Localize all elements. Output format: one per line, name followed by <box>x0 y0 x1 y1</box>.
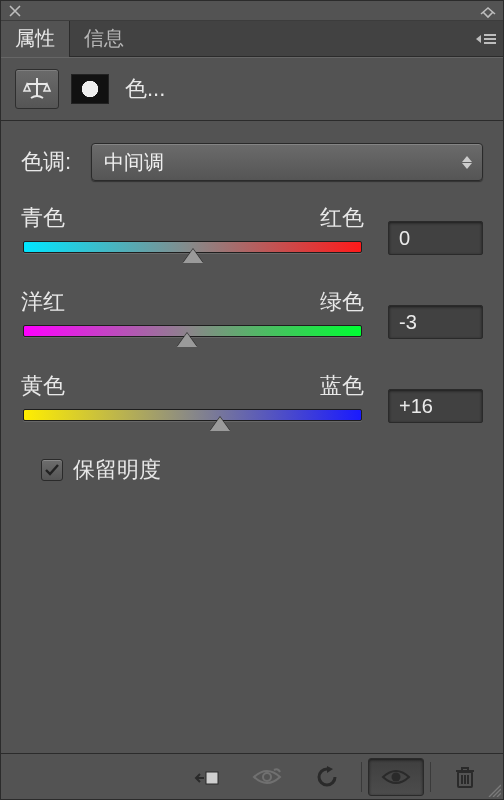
slider-magenta-green: 洋红 绿色 -3 <box>21 287 483 347</box>
slider-left-label: 洋红 <box>21 287 65 317</box>
preserve-luminosity-checkbox[interactable] <box>41 459 63 481</box>
adjustment-title: 色... <box>125 74 165 104</box>
toggle-visibility-icon[interactable] <box>368 758 424 796</box>
svg-point-4 <box>263 773 271 781</box>
trash-icon[interactable] <box>437 758 493 796</box>
svg-rect-3 <box>206 772 218 784</box>
clip-to-layer-icon[interactable] <box>179 758 235 796</box>
tab-label: 属性 <box>15 25 55 52</box>
view-previous-icon[interactable] <box>239 758 295 796</box>
tone-selected: 中间调 <box>104 149 164 176</box>
slider-value-input[interactable]: 0 <box>388 221 483 255</box>
close-icon[interactable] <box>7 3 23 19</box>
slider-left-label: 黄色 <box>21 371 65 401</box>
color-balance-icon[interactable] <box>15 69 59 109</box>
svg-rect-1 <box>484 38 496 40</box>
tab-properties[interactable]: 属性 <box>1 21 70 56</box>
collapse-icon[interactable] <box>479 6 497 16</box>
tab-row: 属性 信息 <box>1 21 503 57</box>
layer-mask-thumb[interactable] <box>71 74 109 104</box>
slider-handle[interactable] <box>210 417 230 431</box>
preserve-luminosity-row: 保留明度 <box>41 455 483 485</box>
reset-icon[interactable] <box>299 758 355 796</box>
panel-body: 色调: 中间调 青色 红色 <box>1 121 503 753</box>
svg-point-5 <box>392 772 401 781</box>
adjustment-header: 色... <box>1 57 503 121</box>
resize-grip-icon[interactable] <box>487 783 501 797</box>
slider-value-input[interactable]: +16 <box>388 389 483 423</box>
tab-info[interactable]: 信息 <box>70 21 138 56</box>
tab-label: 信息 <box>84 25 124 52</box>
panel-menu-icon[interactable] <box>469 21 503 56</box>
dropdown-arrows-icon <box>460 151 474 173</box>
slider-handle[interactable] <box>177 333 197 347</box>
properties-panel: 属性 信息 色... <box>0 0 504 800</box>
slider-handle[interactable] <box>183 249 203 263</box>
slider-track[interactable] <box>21 239 364 263</box>
separator <box>361 762 362 792</box>
panel-footer <box>1 753 503 799</box>
tone-label: 色调: <box>21 147 91 177</box>
slider-left-label: 青色 <box>21 203 65 233</box>
slider-value-input[interactable]: -3 <box>388 305 483 339</box>
slider-yellow-blue: 黄色 蓝色 +16 <box>21 371 483 431</box>
sliders: 青色 红色 0 洋红 绿色 <box>21 203 483 431</box>
slider-cyan-red: 青色 红色 0 <box>21 203 483 263</box>
svg-rect-0 <box>484 34 496 36</box>
panel-grip-bar <box>1 1 503 21</box>
svg-rect-2 <box>484 42 496 44</box>
tone-row: 色调: 中间调 <box>21 143 483 181</box>
tone-dropdown[interactable]: 中间调 <box>91 143 483 181</box>
slider-right-label: 绿色 <box>320 287 364 317</box>
slider-track[interactable] <box>21 323 364 347</box>
slider-right-label: 红色 <box>320 203 364 233</box>
separator <box>430 762 431 792</box>
slider-right-label: 蓝色 <box>320 371 364 401</box>
slider-track[interactable] <box>21 407 364 431</box>
preserve-luminosity-label: 保留明度 <box>73 455 161 485</box>
